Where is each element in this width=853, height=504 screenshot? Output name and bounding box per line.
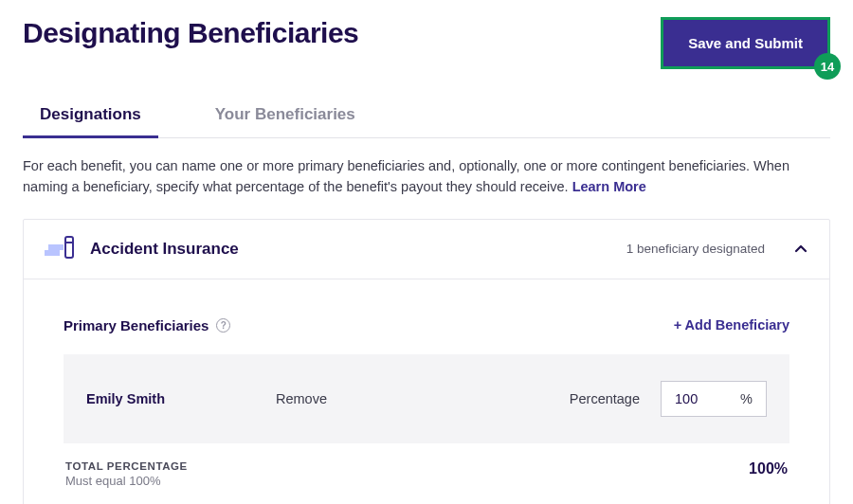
total-percentage-hint: Must equal 100% — [65, 474, 188, 488]
percent-sign: % — [740, 391, 753, 406]
total-percentage-label: TOTAL PERCENTAGE — [65, 460, 188, 472]
intro-text: For each benefit, you can name one or mo… — [23, 155, 830, 198]
total-row: TOTAL PERCENTAGE Must equal 100% 100% — [64, 443, 789, 488]
page-title: Designating Beneficiaries — [23, 17, 358, 49]
save-and-submit-button[interactable]: Save and Submit — [663, 20, 827, 66]
beneficiary-row: Emily Smith Remove Percentage % — [64, 354, 789, 443]
total-percentage-value: 100% — [749, 460, 788, 477]
tab-bar: Designations Your Beneficiaries — [23, 96, 830, 138]
remove-beneficiary-button[interactable]: Remove — [276, 391, 327, 406]
percentage-input-wrap[interactable]: % — [661, 381, 767, 417]
tab-your-beneficiaries[interactable]: Your Beneficiaries — [198, 96, 372, 137]
benefit-panel-title: Accident Insurance — [90, 240, 239, 259]
primary-title-text: Primary Beneficiaries — [64, 317, 209, 333]
primary-section-title: Primary Beneficiaries ? — [64, 317, 230, 333]
page-header: Designating Beneficiaries Save and Submi… — [23, 17, 830, 69]
percentage-label: Percentage — [570, 391, 640, 406]
svg-rect-2 — [65, 237, 73, 258]
svg-rect-0 — [45, 250, 60, 256]
chevron-up-icon[interactable] — [793, 242, 808, 257]
learn-more-link[interactable]: Learn More — [572, 179, 646, 194]
benefit-panel-body: Primary Beneficiaries ? + Add Beneficiar… — [24, 279, 829, 504]
help-icon[interactable]: ? — [216, 318, 230, 333]
step-badge: 14 — [814, 53, 841, 80]
benefit-panel-header[interactable]: Accident Insurance 1 beneficiary designa… — [24, 220, 829, 279]
intro-body: For each benefit, you can name one or mo… — [23, 158, 789, 194]
accident-insurance-icon — [45, 235, 77, 263]
benefit-panel: Accident Insurance 1 beneficiary designa… — [23, 219, 830, 504]
percentage-input[interactable] — [675, 391, 718, 406]
primary-section-header: Primary Beneficiaries ? + Add Beneficiar… — [64, 317, 789, 333]
tab-designations[interactable]: Designations — [23, 96, 158, 137]
svg-rect-1 — [48, 244, 64, 250]
benefit-panel-status: 1 beneficiary designated — [626, 242, 765, 256]
beneficiary-name: Emily Smith — [86, 391, 276, 406]
add-beneficiary-button[interactable]: + Add Beneficiary — [674, 317, 789, 333]
save-highlight-frame: Save and Submit 14 — [661, 17, 830, 69]
